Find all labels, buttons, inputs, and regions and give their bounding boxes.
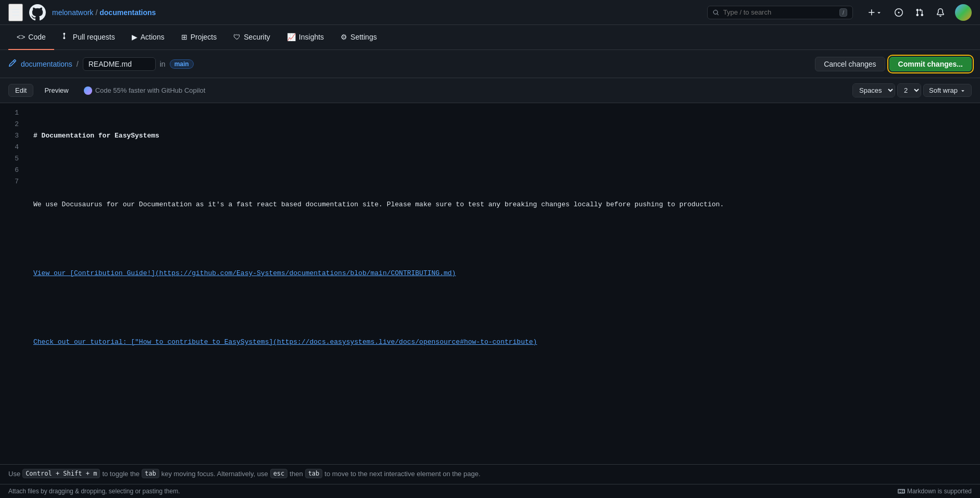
hamburger-button[interactable]: ☰ bbox=[8, 4, 23, 21]
status-bar: Use Control + Shift + m to toggle the ta… bbox=[0, 464, 980, 482]
code-line-3: We use Docusaurus for our Documentation … bbox=[33, 199, 972, 210]
editor-area[interactable]: 1 2 3 4 5 6 7 # Documentation for EasySy… bbox=[0, 103, 980, 405]
code-line-5: View our [Contribution Guide!](https://g… bbox=[33, 268, 972, 279]
nav-item-settings[interactable]: ⚙ Settings bbox=[332, 25, 385, 50]
edit-tab-button[interactable]: Edit bbox=[8, 84, 33, 97]
repo-name[interactable]: documentations bbox=[99, 8, 156, 17]
nav-item-security[interactable]: 🛡 Security bbox=[225, 25, 279, 50]
copilot-hint-text: Code 55% faster with GitHub Copilot bbox=[95, 86, 206, 94]
filename-input[interactable] bbox=[83, 57, 156, 71]
nav-item-actions[interactable]: ▶ Actions bbox=[123, 25, 173, 50]
issues-button[interactable] bbox=[893, 6, 905, 19]
nav-item-insights[interactable]: 📈 Insights bbox=[279, 25, 332, 50]
kbd-tab2: tab bbox=[305, 469, 323, 478]
repo-owner[interactable]: melonatwork bbox=[52, 8, 93, 17]
code-icon: <> bbox=[17, 33, 25, 41]
status-then: then bbox=[290, 470, 303, 478]
line-number-2: 2 bbox=[8, 119, 19, 130]
pull-requests-button[interactable] bbox=[913, 6, 926, 19]
editor-toolbar: Edit Preview Code 55% faster with GitHub… bbox=[0, 78, 980, 103]
indent-type-group: Spaces Tabs bbox=[852, 83, 895, 97]
line-numbers: 1 2 3 4 5 6 7 bbox=[0, 103, 25, 405]
search-bar[interactable]: / bbox=[707, 6, 853, 19]
notifications-button[interactable] bbox=[934, 6, 947, 19]
commit-changes-button[interactable]: Commit changes... bbox=[889, 57, 972, 71]
code-line-2 bbox=[33, 165, 972, 176]
status-middle2: key moving focus. Alternatively, use bbox=[161, 470, 268, 478]
line-number-7: 7 bbox=[8, 176, 19, 188]
line-number-6: 6 bbox=[8, 165, 19, 176]
kbd-tab: tab bbox=[142, 469, 159, 478]
nav-item-code[interactable]: <> Code bbox=[8, 25, 54, 50]
code-line-6 bbox=[33, 302, 972, 314]
nav-item-pull-requests[interactable]: Pull requests bbox=[54, 25, 123, 50]
projects-icon: ⊞ bbox=[181, 33, 187, 41]
indent-size-group: 2 4 8 bbox=[897, 83, 921, 97]
github-logo bbox=[29, 4, 46, 21]
repo-link[interactable]: documentations bbox=[21, 60, 72, 68]
line-number-1: 1 bbox=[8, 107, 19, 119]
kbd-ctrl-shift-m: Control + Shift + m bbox=[22, 469, 100, 478]
branch-badge[interactable]: main bbox=[170, 59, 194, 69]
line-number-3: 3 bbox=[8, 130, 19, 142]
markdown-icon bbox=[898, 488, 905, 495]
attach-label: Attach files by dragging & dropping, sel… bbox=[8, 488, 180, 495]
markdown-indicator: Markdown is supported bbox=[898, 488, 972, 495]
insights-icon: 📈 bbox=[287, 33, 296, 41]
line-number-4: 4 bbox=[8, 142, 19, 153]
cancel-changes-button[interactable]: Cancel changes bbox=[815, 57, 885, 71]
attach-bar: Attach files by dragging & dropping, sel… bbox=[0, 484, 980, 498]
editor-options: Spaces Tabs 2 4 8 Soft wrap bbox=[852, 83, 972, 97]
file-separator: / bbox=[77, 60, 79, 68]
chevron-down-icon bbox=[960, 88, 966, 94]
file-header: documentations / in main Cancel changes … bbox=[0, 50, 980, 78]
path-slash: / bbox=[95, 8, 97, 17]
line-number-5: 5 bbox=[8, 153, 19, 165]
preview-tab-button[interactable]: Preview bbox=[37, 84, 75, 97]
file-edit-icon bbox=[8, 59, 17, 69]
search-icon bbox=[713, 9, 719, 16]
status-suffix: to move to the next interactive element … bbox=[324, 470, 480, 478]
nav-item-projects[interactable]: ⊞ Projects bbox=[173, 25, 225, 50]
avatar[interactable] bbox=[955, 4, 972, 21]
status-prefix: Use bbox=[8, 470, 20, 478]
file-header-actions: Cancel changes Commit changes... bbox=[815, 57, 972, 71]
soft-wrap-label: Soft wrap bbox=[929, 86, 958, 94]
search-shortcut-kbd: / bbox=[839, 8, 847, 17]
chevron-down-icon bbox=[876, 9, 882, 16]
in-text: in bbox=[160, 60, 166, 68]
indent-size-select[interactable]: 2 4 8 bbox=[898, 84, 921, 97]
pull-request-icon bbox=[62, 32, 70, 41]
copilot-icon bbox=[84, 86, 92, 95]
indent-type-select[interactable]: Spaces Tabs bbox=[853, 84, 895, 97]
repo-nav: <> Code Pull requests ▶ Actions ⊞ Projec… bbox=[0, 25, 980, 50]
code-line-1: # Documentation for EasySystems bbox=[33, 130, 972, 142]
actions-icon: ▶ bbox=[132, 33, 137, 41]
security-icon: 🛡 bbox=[233, 33, 241, 41]
status-middle1: to toggle the bbox=[102, 470, 140, 478]
soft-wrap-button[interactable]: Soft wrap bbox=[923, 84, 972, 97]
kbd-esc: esc bbox=[270, 469, 288, 478]
code-line-7: Check out our tutorial: ["How to contrib… bbox=[33, 337, 972, 348]
top-nav-icons bbox=[865, 4, 972, 21]
code-line-4 bbox=[33, 233, 972, 245]
search-input[interactable] bbox=[723, 8, 835, 16]
code-editor[interactable]: # Documentation for EasySystems We use D… bbox=[25, 103, 980, 405]
copilot-hint: Code 55% faster with GitHub Copilot bbox=[84, 86, 206, 95]
create-button[interactable] bbox=[865, 6, 884, 19]
repo-path: melonatwork / documentations bbox=[52, 8, 156, 17]
top-nav: ☰ melonatwork / documentations / bbox=[0, 0, 980, 25]
settings-icon: ⚙ bbox=[341, 33, 347, 41]
markdown-label: Markdown is supported bbox=[907, 488, 972, 495]
